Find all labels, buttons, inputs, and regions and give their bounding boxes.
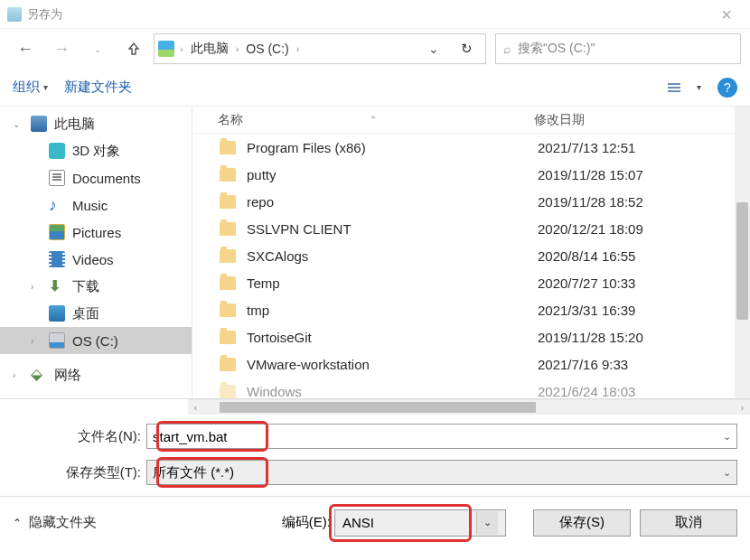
filename-input[interactable]: start_vm.bat ⌄ <box>146 424 737 449</box>
column-headers: 名称 ⌃ 修改日期 <box>192 107 735 134</box>
pc-icon <box>31 116 47 132</box>
view-button[interactable] <box>668 83 680 92</box>
up-button[interactable] <box>117 33 150 65</box>
3d-icon <box>49 143 65 159</box>
search-placeholder: 搜索"OS (C:)" <box>518 41 595 57</box>
horizontal-scrollbar[interactable]: ‹ › <box>188 399 750 415</box>
file-name: VMware-workstation <box>247 357 538 372</box>
sort-indicator: ⌃ <box>370 115 377 125</box>
sidebar-item-osc[interactable]: › OS (C:) <box>0 327 192 354</box>
scrollbar-thumb[interactable] <box>220 402 536 413</box>
encoding-select[interactable]: ANSI ⌄ <box>334 509 506 537</box>
folder-icon <box>220 168 236 182</box>
col-name[interactable]: 名称 <box>218 112 243 128</box>
vertical-scrollbar[interactable] <box>735 107 750 398</box>
file-name: putty <box>247 167 538 182</box>
explorer-body: ⌄ 此电脑 3D 对象 Documents ♪ Music Pictures V… <box>0 107 750 399</box>
file-name: SSLVPN CLIENT <box>247 221 538 237</box>
file-row[interactable]: SXCAlogs2020/8/14 16:55 <box>192 242 735 269</box>
refresh-icon[interactable]: ↻ <box>452 41 482 57</box>
file-row[interactable]: putty2019/11/28 15:07 <box>192 161 735 188</box>
address-bar[interactable]: › 此电脑 › OS (C:) › ⌄ ↻ <box>154 33 486 64</box>
file-date: 2021/3/31 16:39 <box>538 303 635 318</box>
folder-icon <box>220 276 236 290</box>
file-row[interactable]: repo2019/11/28 18:52 <box>192 188 735 215</box>
view-dropdown[interactable]: ▾ <box>697 82 701 92</box>
drive-icon <box>158 41 174 57</box>
file-date: 2019/11/28 18:52 <box>538 194 643 210</box>
filetype-select[interactable]: 所有文件 (*.*) ⌄ <box>146 460 737 485</box>
file-name: TortoiseGit <box>247 330 538 345</box>
sidebar-item-pictures[interactable]: Pictures <box>0 219 192 246</box>
scroll-left-icon[interactable]: ‹ <box>188 400 203 415</box>
file-list: Program Files (x86)2021/7/13 12:51putty2… <box>192 134 735 398</box>
filetype-label: 保存类型(T): <box>13 464 146 481</box>
documents-icon <box>49 170 65 186</box>
file-date: 2020/12/21 18:09 <box>538 221 643 237</box>
scroll-right-icon[interactable]: › <box>735 400 750 415</box>
sidebar-item-documents[interactable]: Documents <box>0 164 192 191</box>
hide-folders-toggle[interactable]: ⌃ 隐藏文件夹 <box>13 514 97 531</box>
chevron-down-icon[interactable]: ⌄ <box>476 511 498 535</box>
breadcrumb-separator[interactable]: › <box>295 43 302 54</box>
file-row[interactable]: Temp2020/7/27 10:33 <box>192 269 735 296</box>
folder-icon <box>220 303 236 317</box>
file-date: 2019/11/28 15:07 <box>538 167 643 182</box>
sidebar-item-desktop[interactable]: 桌面 <box>0 300 192 327</box>
toolbar: 组织▾ 新建文件夹 ▾ ? <box>0 69 750 107</box>
help-icon[interactable]: ? <box>717 78 737 98</box>
nav-row: ← → ⌄ › 此电脑 › OS (C:) › ⌄ ↻ ⌕ 搜索"OS (C:)… <box>0 29 750 69</box>
forward-button[interactable]: → <box>45 33 78 65</box>
file-name: SXCAlogs <box>247 248 538 264</box>
drive-icon <box>49 332 65 349</box>
recent-dropdown[interactable]: ⌄ <box>81 33 114 65</box>
new-folder-button[interactable]: 新建文件夹 <box>64 79 132 96</box>
sidebar-item-network[interactable]: › ⬙ 网络 <box>0 361 192 388</box>
file-pane: 名称 ⌃ 修改日期 Program Files (x86)2021/7/13 1… <box>192 107 735 398</box>
file-row[interactable]: SSLVPN CLIENT2020/12/21 18:09 <box>192 215 735 242</box>
file-name: Temp <box>247 275 538 291</box>
caret-up-icon: ⌃ <box>13 517 22 529</box>
app-icon <box>7 7 22 22</box>
chevron-down-icon[interactable]: ⌄ <box>419 42 448 56</box>
file-row[interactable]: VMware-workstation2021/7/16 9:33 <box>192 350 735 378</box>
file-row[interactable]: Program Files (x86)2021/7/13 12:51 <box>192 134 735 161</box>
search-input[interactable]: ⌕ 搜索"OS (C:)" <box>495 33 741 64</box>
cancel-button[interactable]: 取消 <box>640 509 737 537</box>
scrollbar-thumb[interactable] <box>736 202 748 320</box>
sidebar-item-downloads[interactable]: › ⬇ 下载 <box>0 273 192 300</box>
file-date: 2019/11/28 15:20 <box>538 330 643 345</box>
organize-button[interactable]: 组织▾ <box>13 79 48 96</box>
search-icon: ⌕ <box>503 42 511 56</box>
file-date: 2020/7/27 10:33 <box>538 275 635 291</box>
breadcrumb-separator[interactable]: › <box>178 43 185 54</box>
col-date[interactable]: 修改日期 <box>534 112 585 128</box>
back-button[interactable]: ← <box>9 33 42 65</box>
file-name: Windows <box>247 384 538 399</box>
save-button[interactable]: 保存(S) <box>533 509 631 537</box>
sidebar-item-music[interactable]: ♪ Music <box>0 191 192 219</box>
breadcrumb-pc[interactable]: 此电脑 <box>189 39 230 59</box>
folder-icon <box>220 195 236 209</box>
folder-icon <box>220 141 236 154</box>
chevron-down-icon[interactable]: ⌄ <box>723 467 731 479</box>
encoding-label: 编码(E): <box>282 514 331 531</box>
folder-icon <box>220 358 236 371</box>
file-name: repo <box>247 194 538 210</box>
file-name: Program Files (x86) <box>247 140 538 155</box>
window-title: 另存为 <box>27 6 62 23</box>
file-row[interactable]: TortoiseGit2019/11/28 15:20 <box>192 323 735 350</box>
sidebar-item-3d[interactable]: 3D 对象 <box>0 137 192 164</box>
breadcrumb-separator[interactable]: › <box>234 43 241 54</box>
file-row[interactable]: Windows2021/6/24 18:03 <box>192 378 735 398</box>
close-icon[interactable]: × <box>710 5 743 23</box>
sidebar-item-pc[interactable]: ⌄ 此电脑 <box>0 110 192 137</box>
breadcrumb-drive[interactable]: OS (C:) <box>244 40 290 58</box>
chevron-down-icon[interactable]: ⌄ <box>723 431 731 443</box>
desktop-icon <box>49 305 65 322</box>
pictures-icon <box>49 224 65 240</box>
file-row[interactable]: tmp2021/3/31 16:39 <box>192 296 735 323</box>
sidebar-item-videos[interactable]: Videos <box>0 246 192 273</box>
download-icon: ⬇ <box>49 278 65 294</box>
filename-label: 文件名(N): <box>13 428 146 445</box>
